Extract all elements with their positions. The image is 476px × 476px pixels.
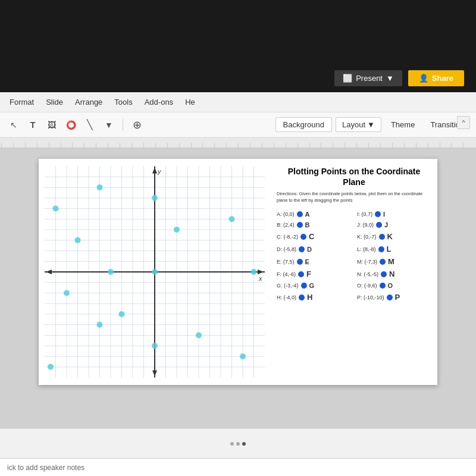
- point-j-dot: [376, 222, 382, 228]
- menu-format[interactable]: Format: [5, 96, 39, 108]
- toolbar-divider-1: [123, 119, 123, 131]
- point-l: L: (8,-8) L: [357, 243, 431, 255]
- point-a-coord: A: (0,0): [277, 211, 295, 217]
- slide-canvas: y x: [39, 159, 437, 385]
- svg-point-59: [97, 322, 103, 328]
- menu-slide[interactable]: Slide: [41, 96, 68, 108]
- point-g-dot: [301, 283, 307, 289]
- point-a: A: (0,0) A: [277, 209, 351, 219]
- toolbar: ↖ T 🖼 ⭕ ╲ ▼ ⊕ Background Layout ▼ Theme …: [0, 112, 476, 137]
- points-grid: A: (0,0) A I: (0,7) I B: (2,4) B J: (9,0…: [277, 209, 431, 303]
- point-k: K: (0,-7) K: [357, 231, 431, 242]
- point-o-coord: O: (-9,6): [357, 283, 377, 289]
- share-button[interactable]: 👤 Share: [408, 70, 464, 86]
- point-c-coord: C: (-8,-2): [277, 234, 298, 240]
- info-area: Plotting Points on the Coordinate Plane …: [271, 159, 437, 385]
- image-icon[interactable]: 🖼: [44, 117, 60, 133]
- point-m-label: M: [388, 257, 394, 266]
- point-m-coord: M: (-7,3): [357, 259, 377, 265]
- point-d: D: (-5,8) D: [277, 243, 351, 255]
- theme-button[interactable]: Theme: [385, 118, 421, 131]
- point-d-coord: D: (-5,8): [277, 246, 296, 252]
- svg-point-51: [196, 333, 202, 339]
- svg-point-50: [229, 216, 235, 222]
- svg-point-52: [119, 311, 125, 317]
- present-icon: ⬜: [343, 74, 352, 83]
- svg-point-60: [53, 206, 59, 212]
- point-i-dot: [375, 211, 381, 217]
- point-o-label: O: [388, 282, 393, 289]
- cursor-icon[interactable]: ↖: [6, 117, 21, 133]
- point-e-dot: [297, 259, 303, 265]
- line-icon[interactable]: ╲: [82, 117, 98, 133]
- point-h: H: (-4,0) H: [277, 292, 351, 303]
- svg-marker-43: [46, 270, 52, 274]
- point-f-label: F: [306, 270, 311, 278]
- point-o-dot: [380, 283, 386, 289]
- point-h-dot: [299, 295, 305, 300]
- point-p: P: (-10,-10) P: [357, 292, 431, 303]
- point-k-dot: [379, 234, 385, 240]
- collapse-button[interactable]: ^: [457, 116, 470, 129]
- pagination-dots: [230, 442, 246, 446]
- svg-point-61: [48, 364, 54, 370]
- svg-point-56: [152, 343, 158, 349]
- background-button[interactable]: Background: [275, 117, 332, 132]
- point-e: E: (7,5) E: [277, 256, 351, 267]
- point-k-label: K: [387, 232, 393, 241]
- point-b: B: (2,4) B: [277, 220, 351, 230]
- point-i: I: (0,7) I: [357, 209, 431, 219]
- svg-point-58: [75, 237, 81, 243]
- line-dropdown-icon[interactable]: ▼: [101, 117, 117, 133]
- svg-marker-41: [152, 371, 157, 377]
- point-g-label: G: [309, 282, 315, 289]
- svg-point-48: [64, 290, 70, 296]
- point-c-dot: [300, 234, 306, 240]
- point-l-coord: L: (8,-8): [357, 246, 376, 252]
- present-dropdown-icon: ▼: [386, 74, 394, 83]
- point-n: N: (-5,-5) N: [357, 268, 431, 280]
- dot-1: [230, 442, 234, 446]
- svg-text:x: x: [258, 275, 262, 282]
- menu-bar: Format Slide Arrange Tools Add-ons He: [0, 92, 476, 112]
- coordinate-plane: y x: [45, 165, 265, 379]
- svg-point-57: [240, 353, 246, 359]
- point-n-coord: N: (-5,-5): [357, 271, 378, 277]
- menu-arrange[interactable]: Arrange: [70, 96, 107, 108]
- svg-point-53: [108, 269, 114, 275]
- menu-addons[interactable]: Add-ons: [140, 96, 178, 108]
- point-d-dot: [299, 246, 305, 252]
- point-c-label: C: [309, 232, 314, 241]
- point-g: G: (-3,-4) G: [277, 281, 351, 290]
- point-o: O: (-9,6) O: [357, 281, 431, 290]
- menu-help[interactable]: He: [180, 96, 200, 108]
- text-icon[interactable]: T: [25, 117, 40, 133]
- point-e-coord: E: (7,5): [277, 259, 295, 265]
- point-f-coord: F: (4,-6): [277, 271, 296, 277]
- point-i-label: I: [383, 211, 385, 218]
- point-e-label: E: [305, 258, 309, 265]
- point-j-label: J: [384, 221, 388, 228]
- point-n-dot: [381, 271, 387, 277]
- bottom-bar: [0, 428, 476, 458]
- point-b-dot: [297, 222, 303, 228]
- dot-2: [236, 442, 240, 446]
- point-m-dot: [380, 259, 386, 265]
- svg-point-49: [97, 184, 103, 190]
- ruler: [0, 137, 476, 148]
- point-j: J: (9,0) J: [357, 220, 431, 230]
- point-b-label: B: [305, 221, 310, 228]
- layout-button[interactable]: Layout ▼: [336, 117, 381, 132]
- point-j-coord: J: (9,0): [357, 222, 374, 228]
- plus-icon[interactable]: ⊕: [129, 117, 145, 133]
- point-d-label: D: [307, 246, 312, 253]
- svg-point-54: [152, 195, 158, 201]
- circle-icon[interactable]: ⭕: [63, 117, 79, 133]
- svg-marker-42: [258, 270, 264, 274]
- notes-bar[interactable]: ick to add speaker notes: [0, 458, 476, 476]
- layout-label: Layout: [342, 120, 365, 129]
- slide-instructions: Directions: Given the coordinate points …: [277, 191, 431, 203]
- menu-tools[interactable]: Tools: [109, 96, 137, 108]
- point-c: C: (-8,-2) C: [277, 231, 351, 242]
- present-button[interactable]: ⬜ Present ▼: [334, 70, 402, 86]
